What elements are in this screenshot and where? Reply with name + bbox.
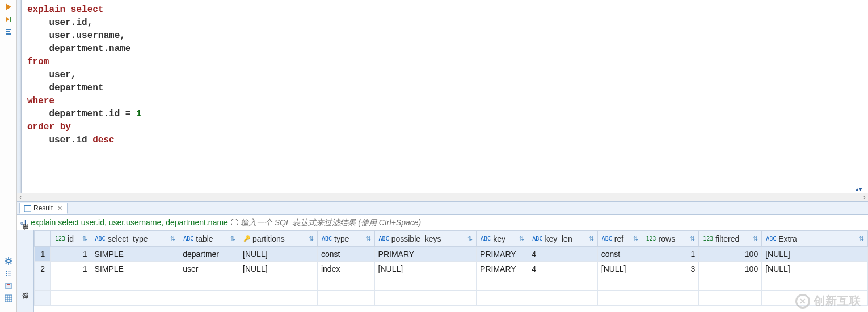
svg-rect-7 [6,273,7,274]
cell-id[interactable]: 1 [51,247,91,262]
results-grid-container: 格区 杉汉 123id⇅ABCselect_type⇅ABCtable⇅🔑par… [17,230,868,312]
column-filter-icon[interactable]: ⇅ [467,235,473,242]
execute-plan-icon[interactable] [4,15,13,24]
row-number[interactable]: 2 [35,262,51,276]
sql-editor-pane: explain select user.id, user.username, d… [17,0,868,201]
table-icon [24,205,31,212]
column-filter-icon[interactable]: ⇅ [753,235,758,242]
col-table[interactable]: ABCtable⇅ [179,231,239,247]
cell-select_type[interactable]: SIMPLE [91,262,179,276]
expand-panel-icon[interactable]: ⛶ [229,218,239,226]
watermark-ring-icon: ✕ [795,294,810,309]
editor-h-scrollbar[interactable]: ▴▾ [17,193,868,201]
svg-rect-8 [8,273,11,274]
outline-icon[interactable] [4,269,13,278]
query-info-row: ₀T explain select user.id, user.username… [17,215,868,230]
table-row[interactable]: 21SIMPLEuser[NULL]index[NULL]PRIMARY4[NU… [35,262,868,276]
column-filter-icon[interactable]: ⇅ [82,235,87,242]
table-row[interactable]: 11SIMPLEdepartmer[NULL]constPRIMARYPRIMA… [35,247,868,262]
row-number[interactable]: 1 [35,247,51,262]
cell-type[interactable]: index [317,262,374,276]
svg-rect-19 [24,205,31,206]
cell-rows[interactable]: 1 [642,247,699,262]
watermark-text: 创新互联 [814,293,861,309]
cell-key_len[interactable]: 4 [528,262,597,276]
watermark: ✕ 创新互联 [795,293,861,309]
result-tab[interactable]: Result ✕ [19,203,68,214]
col-key[interactable]: ABCkey⇅ [477,231,528,247]
query-source-icon[interactable]: ₀T [17,218,31,226]
results-tabbar: Result ✕ [17,201,868,215]
cell-table[interactable]: departmer [179,247,239,262]
settings-icon[interactable] [4,256,13,265]
row-corner[interactable] [35,231,51,247]
column-filter-icon[interactable]: ⇅ [366,235,371,242]
cell-partitions[interactable]: [NULL] [239,247,318,262]
svg-rect-9 [6,275,7,276]
column-filter-icon[interactable]: ⇅ [519,235,524,242]
cell-key_len[interactable]: 4 [528,247,597,262]
close-tab-icon[interactable]: ✕ [57,205,62,212]
save-icon[interactable] [4,281,13,290]
result-tab-label: Result [33,204,53,212]
column-filter-icon[interactable]: ⇅ [859,235,864,242]
col-possible_keys[interactable]: ABCpossible_keys⇅ [374,231,476,247]
column-filter-icon[interactable]: ⇅ [633,235,638,242]
grid-toolbar-label-2[interactable]: 杉汉 [21,303,30,304]
svg-point-4 [7,259,10,263]
column-filter-icon[interactable]: ⇅ [690,235,695,242]
svg-rect-10 [8,275,11,276]
col-ref[interactable]: ABCref⇅ [597,231,642,247]
cell-ref[interactable]: [NULL] [597,262,642,276]
col-rows[interactable]: 123rows⇅ [642,231,699,247]
grid-vertical-toolbar: 格区 杉汉 [17,230,34,312]
cell-select_type[interactable]: SIMPLE [91,247,179,262]
svg-rect-6 [8,271,11,272]
column-filter-icon[interactable]: ⇅ [170,235,175,242]
cell-table[interactable]: user [179,262,239,276]
col-key_len[interactable]: ABCkey_len⇅ [528,231,597,247]
cell-possible_keys[interactable]: PRIMARY [374,247,476,262]
svg-rect-1 [6,29,11,30]
grid-toolbar-label-1[interactable]: 格区 [21,234,30,235]
column-filter-icon[interactable]: ⇅ [309,235,314,242]
svg-rect-12 [7,284,10,285]
explain-result-grid[interactable]: 123id⇅ABCselect_type⇅ABCtable⇅🔑partition… [34,230,868,312]
cell-rows[interactable]: 3 [642,262,699,276]
format-icon[interactable] [4,27,13,36]
cell-type[interactable]: const [317,247,374,262]
collapse-arrows-icon[interactable]: ▴▾ [856,185,862,193]
column-filter-icon[interactable]: ⇅ [589,235,594,242]
editor-vertical-toolbar [0,0,17,312]
grid-icon[interactable] [4,294,13,303]
svg-rect-5 [6,271,7,272]
cell-key[interactable]: PRIMARY [477,262,528,276]
svg-rect-3 [6,33,11,35]
cell-id[interactable]: 1 [51,262,91,276]
sql-filter-input[interactable] [239,218,868,227]
cell-filtered[interactable]: 100 [699,247,762,262]
col-filtered[interactable]: 123filtered⇅ [699,231,762,247]
main-area: explain select user.id, user.username, d… [17,0,868,312]
editor-gutter [17,0,22,193]
cell-Extra[interactable]: [NULL] [762,247,868,262]
executed-query-text: explain select user.id, user.username, d… [31,218,229,227]
svg-rect-2 [6,31,10,32]
svg-rect-13 [5,295,12,302]
execute-icon[interactable] [4,2,13,11]
col-type[interactable]: ABCtype⇅ [317,231,374,247]
cell-Extra[interactable]: [NULL] [762,262,868,276]
cell-filtered[interactable]: 100 [699,262,762,276]
col-id[interactable]: 123id⇅ [51,231,91,247]
col-select_type[interactable]: ABCselect_type⇅ [91,231,179,247]
empty-row [35,276,868,291]
col-partitions[interactable]: 🔑partitions⇅ [239,231,318,247]
empty-row [35,291,868,306]
col-Extra[interactable]: ABCExtra⇅ [762,231,868,247]
cell-ref[interactable]: const [597,247,642,262]
column-filter-icon[interactable]: ⇅ [230,235,235,242]
cell-partitions[interactable]: [NULL] [239,262,318,276]
cell-possible_keys[interactable]: [NULL] [374,262,476,276]
sql-editor[interactable]: explain select user.id, user.username, d… [22,0,868,193]
cell-key[interactable]: PRIMARY [477,247,528,262]
